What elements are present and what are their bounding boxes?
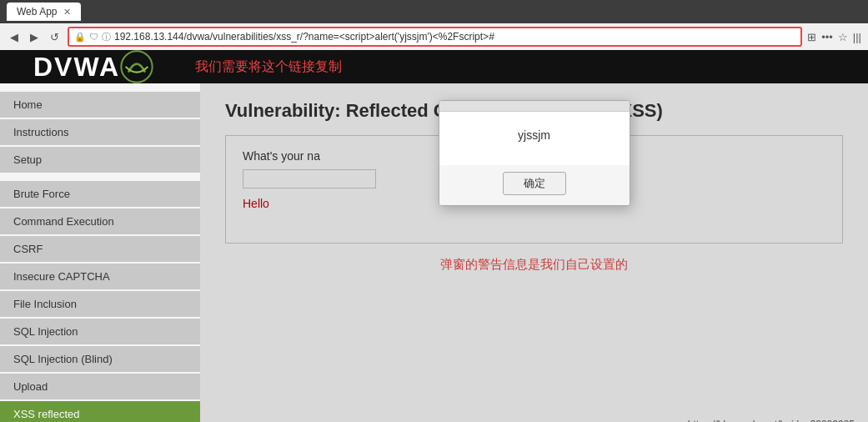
alert-overlay: yjssjm 确定 bbox=[200, 83, 868, 422]
alert-dialog-header bbox=[439, 101, 630, 112]
tab-label: Web App bbox=[17, 6, 57, 18]
sidebar-item-csrf[interactable]: CSRF bbox=[0, 236, 200, 262]
info-icon: ⓘ bbox=[102, 31, 111, 43]
nav-right-icons: ⊞ ••• ☆ ||| bbox=[807, 31, 861, 43]
bookmark-icon[interactable]: ☆ bbox=[838, 31, 848, 43]
sidebar-item-setup[interactable]: Setup bbox=[0, 147, 200, 173]
sidebar-item-sql-injection[interactable]: SQL Injection bbox=[0, 319, 200, 344]
sidebar: Home Instructions Setup Brute Force Comm… bbox=[0, 83, 200, 422]
lock-icon: 🔒 bbox=[74, 32, 86, 43]
sidebar-item-instructions[interactable]: Instructions bbox=[0, 119, 200, 145]
qr-icon[interactable]: ⊞ bbox=[807, 31, 816, 43]
dvwa-logo-text: DVWA bbox=[33, 52, 120, 83]
sidebar-item-home[interactable]: Home bbox=[0, 92, 200, 118]
browser-tab[interactable]: Web App ✕ bbox=[7, 3, 81, 21]
sidebar-item-insecure-captcha[interactable]: Insecure CAPTCHA bbox=[0, 264, 200, 289]
page-content: DVWA 我们需要将这个链接复制 Home Instructions Setup… bbox=[0, 50, 868, 422]
dvwa-tagline: 我们需要将这个链接复制 bbox=[195, 58, 342, 76]
sidebar-item-sql-injection-blind[interactable]: SQL Injection (Blind) bbox=[0, 346, 200, 372]
main-body: Home Instructions Setup Brute Force Comm… bbox=[0, 83, 868, 422]
alert-dialog-body: yjssjm bbox=[439, 112, 630, 165]
address-bar-icons: 🔒 🛡 ⓘ bbox=[74, 31, 111, 43]
library-icon[interactable]: ||| bbox=[853, 31, 861, 43]
sidebar-item-upload[interactable]: Upload bbox=[0, 374, 200, 399]
sidebar-divider bbox=[0, 174, 200, 181]
nav-bar: ◀ ▶ ↺ 🔒 🛡 ⓘ ⊞ ••• ☆ ||| bbox=[0, 23, 868, 50]
sidebar-item-xss-reflected[interactable]: XSS reflected bbox=[0, 401, 200, 422]
alert-dialog-message: yjssjm bbox=[449, 128, 620, 142]
tab-bar: Web App ✕ bbox=[0, 0, 868, 23]
back-button[interactable]: ◀ bbox=[7, 29, 22, 45]
sidebar-item-brute-force[interactable]: Brute Force bbox=[0, 181, 200, 207]
shield-icon: 🛡 bbox=[89, 32, 98, 42]
forward-button[interactable]: ▶ bbox=[27, 29, 42, 45]
dvwa-swoosh-icon bbox=[120, 50, 153, 83]
sidebar-item-file-inclusion[interactable]: File Inclusion bbox=[0, 291, 200, 317]
browser-chrome: Web App ✕ ◀ ▶ ↺ 🔒 🛡 ⓘ ⊞ ••• ☆ ||| bbox=[0, 0, 868, 50]
address-input[interactable] bbox=[114, 31, 795, 43]
alert-ok-button[interactable]: 确定 bbox=[503, 172, 566, 195]
sidebar-item-command-execution[interactable]: Command Execution bbox=[0, 208, 200, 234]
refresh-button[interactable]: ↺ bbox=[47, 29, 63, 45]
content-area: Vulnerability: Reflected Cross Site Scri… bbox=[200, 83, 868, 422]
address-bar[interactable]: 🔒 🛡 ⓘ bbox=[68, 27, 802, 47]
alert-dialog: yjssjm 确定 bbox=[439, 100, 630, 206]
dvwa-logo: DVWA bbox=[33, 50, 153, 83]
alert-dialog-footer: 确定 bbox=[439, 165, 630, 205]
tab-close-icon[interactable]: ✕ bbox=[63, 7, 71, 18]
menu-icon[interactable]: ••• bbox=[821, 31, 833, 43]
dvwa-header: DVWA 我们需要将这个链接复制 bbox=[0, 50, 868, 83]
